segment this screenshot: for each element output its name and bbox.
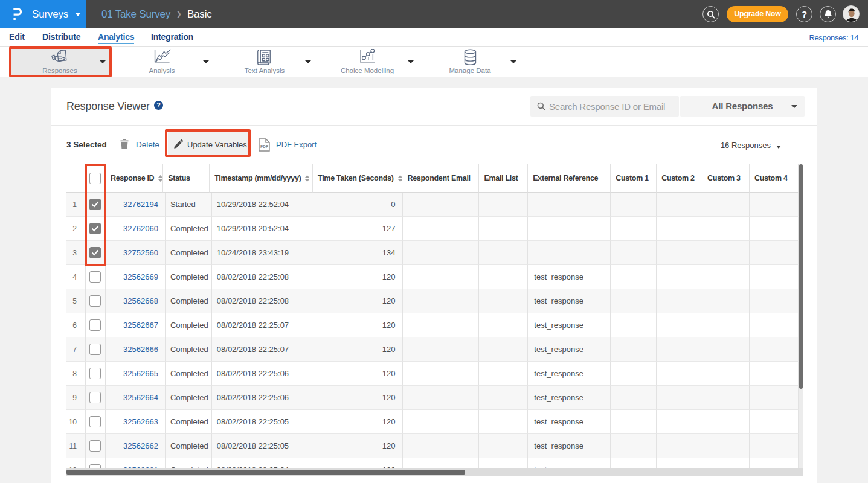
svg-text:PDF: PDF xyxy=(260,144,268,149)
